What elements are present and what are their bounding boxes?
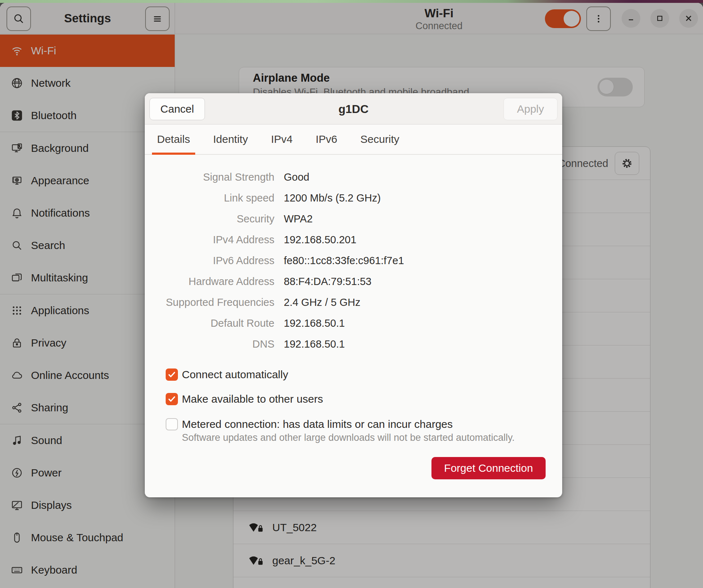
detail-value: WPA2 (284, 213, 313, 225)
detail-value: 192.168.50.1 (284, 338, 345, 350)
tab-ipv6[interactable]: IPv6 (310, 125, 342, 154)
tab-identity[interactable]: Identity (208, 125, 253, 154)
checkbox-checked[interactable] (166, 368, 178, 381)
detail-label: Security (145, 213, 274, 225)
tab-ipv4[interactable]: IPv4 (266, 125, 297, 154)
forget-connection-button[interactable]: Forget Connection (431, 457, 546, 479)
detail-value: fe80::1cc8:33fe:c961:f7e1 (284, 255, 404, 267)
detail-row: Default Route 192.168.50.1 (145, 313, 562, 334)
detail-row: Supported Frequencies 2.4 GHz / 5 GHz (145, 292, 562, 313)
detail-label: Supported Frequencies (145, 297, 274, 308)
screen: Settings Wi-Fi Connected (0, 0, 703, 588)
detail-value: 88:F4:DA:79:51:53 (284, 276, 371, 288)
detail-value: 192.168.50.1 (284, 317, 345, 329)
detail-row: Hardware Address 88:F4:DA:79:51:53 (145, 271, 562, 292)
checkbox-label: Connect automatically (182, 368, 288, 381)
checkbox-subtitle: Software updates and other large downloa… (182, 432, 515, 443)
detail-row: IPv4 Address 192.168.50.201 (145, 229, 562, 250)
detail-row: IPv6 Address fe80::1cc8:33fe:c961:f7e1 (145, 250, 562, 271)
dialog-title: g1DC (145, 103, 562, 116)
make-available-checkbox-row[interactable]: Make available to other users (166, 393, 323, 405)
dialog-tabs: Details Identity IPv4 IPv6 Security (145, 125, 562, 155)
detail-value: Good (284, 171, 309, 183)
checkbox-checked[interactable] (166, 393, 178, 405)
connect-automatically-checkbox-row[interactable]: Connect automatically (166, 368, 288, 381)
detail-row: Signal Strength Good (145, 167, 562, 187)
checkbox-label: Metered connection: has data limits or c… (182, 418, 515, 430)
desktop-wallpaper-strip (0, 0, 703, 3)
detail-row: Security WPA2 (145, 208, 562, 229)
detail-value: 1200 Mb/s (5.2 GHz) (284, 192, 381, 204)
detail-row: DNS 192.168.50.1 (145, 334, 562, 354)
detail-label: IPv6 Address (145, 255, 274, 267)
tab-details[interactable]: Details (152, 125, 195, 154)
dialog-headerbar: Cancel g1DC Apply (145, 93, 562, 125)
detail-label: IPv4 Address (145, 234, 274, 246)
checkbox-label: Make available to other users (182, 393, 323, 405)
tab-security[interactable]: Security (355, 125, 404, 154)
detail-value: 192.168.50.201 (284, 234, 357, 246)
checkbox-unchecked[interactable] (166, 418, 178, 430)
details-grid: Signal Strength Good Link speed 1200 Mb/… (145, 167, 562, 354)
detail-label: Hardware Address (145, 276, 274, 288)
detail-value: 2.4 GHz / 5 GHz (284, 297, 361, 308)
metered-connection-checkbox-row[interactable]: Metered connection: has data limits or c… (166, 418, 515, 443)
connection-details-dialog: Cancel g1DC Apply Details Identity IPv4 … (145, 93, 562, 497)
detail-label: Signal Strength (145, 171, 274, 183)
detail-label: Link speed (145, 192, 274, 204)
detail-label: DNS (145, 338, 274, 350)
detail-row: Link speed 1200 Mb/s (5.2 GHz) (145, 187, 562, 208)
apply-button[interactable]: Apply (503, 98, 558, 120)
detail-label: Default Route (145, 317, 274, 329)
